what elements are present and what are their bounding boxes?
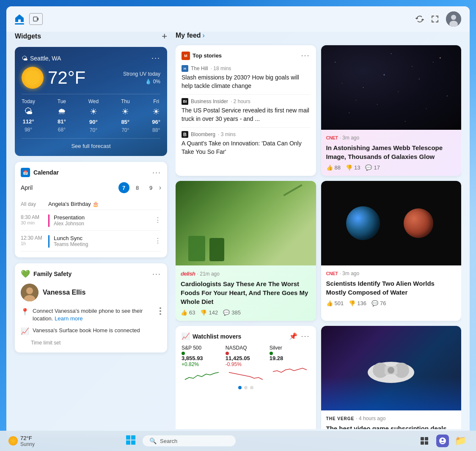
stock-dot-silver — [270, 352, 273, 355]
gaming-image — [321, 326, 462, 410]
gaming-title[interactable]: The best video game subscription deals r… — [326, 424, 457, 429]
weather-menu-button[interactable]: ··· — [151, 54, 160, 63]
home-button[interactable] — [15, 14, 24, 25]
family-menu-button[interactable]: ··· — [152, 270, 161, 279]
event-more-2[interactable]: ⋮ — [154, 235, 161, 245]
planet-earth — [346, 206, 380, 240]
page-dot-3[interactable] — [250, 386, 253, 389]
content-area: Widgets + 🌤 Seattle, WA ··· 72°F — [6, 32, 470, 437]
teams-chat-button[interactable] — [436, 435, 449, 447]
svg-rect-29 — [421, 437, 424, 440]
forecast-icon-tue: 🌧 — [58, 107, 66, 116]
comment-icon-1: 💬 — [365, 164, 372, 171]
james-webb-title[interactable]: In Astonishing James Webb Telescope Imag… — [326, 143, 457, 161]
video-button[interactable] — [29, 13, 43, 25]
dislikes-2: 👎 142 — [200, 309, 218, 316]
article-3-time: · 3 mins — [218, 131, 236, 137]
article-2-time: · 2 hours — [231, 98, 250, 104]
bloomberg-icon: B — [182, 131, 188, 138]
event-lunch: 12:30 AM 1h Lunch Sync Teams Meeting ⋮ — [21, 232, 161, 251]
article-2-source-row: BI Business Insider · 2 hours — [182, 98, 310, 105]
stock-silver: Silver 19.28 — [270, 345, 310, 382]
feed-chevron[interactable]: › — [203, 32, 205, 39]
profile-avatar[interactable] — [446, 11, 461, 27]
planet-mars — [404, 208, 433, 238]
calendar-nav: April 7 8 9 › — [21, 182, 161, 193]
article-2-title[interactable]: The US Postal Service revealed its first… — [182, 107, 310, 123]
see-forecast-link[interactable]: See full forecast — [22, 138, 160, 149]
article-2-source: Business Insider — [191, 98, 228, 104]
taskbar-search[interactable]: 🔍 Search — [143, 435, 236, 446]
family-more-options[interactable] — [160, 307, 161, 315]
alien-worlds-card: CNET · 3m ago Scientists Identify Two Al… — [321, 181, 462, 321]
alien-worlds-title[interactable]: Scientists Identify Two Alien Worlds Mos… — [326, 279, 457, 297]
james-webb-card: CNET · 3m ago In Astonishing James Webb … — [321, 45, 462, 176]
svg-point-11 — [388, 367, 394, 374]
pin-button[interactable]: 📌 — [289, 332, 297, 340]
search-label: Search — [160, 438, 177, 444]
weather-main-row: 72°F Strong UV today 💧 0% — [22, 67, 160, 89]
rain-icon: 💧 — [145, 79, 151, 85]
dislikes-3: 👎 136 — [349, 300, 366, 306]
cardiologist-title[interactable]: Cardiologists Say These Are The Worst Fo… — [181, 279, 311, 306]
stock-indicator-nasdaq — [226, 352, 266, 355]
date-chip-8[interactable]: 8 — [132, 182, 143, 193]
event-title-2: Lunch Sync — [54, 235, 150, 241]
msn-icon: M — [182, 52, 190, 60]
taskbar-weather[interactable]: 72°F Sunny — [8, 435, 35, 447]
sparkline-sp500 — [182, 369, 222, 382]
date-chip-7[interactable]: 7 — [118, 182, 129, 193]
source-name: Top stories — [193, 52, 222, 59]
page-dot-2[interactable] — [244, 386, 248, 389]
stock-indicator-sp500 — [182, 352, 222, 355]
event-duration-2: 1h — [21, 241, 44, 246]
windows-logo-button[interactable] — [126, 435, 136, 447]
article-1-title[interactable]: Slash emissions by 2030? How big goals w… — [182, 74, 310, 90]
likes-1: 👍 88 — [326, 164, 341, 171]
expand-button[interactable] — [431, 15, 439, 23]
family-item-location: 📍 Connect Vanessa's mobile phone to see … — [21, 307, 161, 323]
sun-icon — [22, 67, 44, 89]
card-time-1: · 3m ago — [339, 135, 359, 141]
news-menu-button[interactable]: ··· — [301, 51, 310, 60]
family-items: 📍 Connect Vanessa's mobile phone to see … — [21, 307, 161, 347]
news-card-header: M Top stories ··· — [182, 51, 310, 60]
comment-icon-3: 💬 — [371, 300, 378, 306]
calendar-menu-button[interactable]: ··· — [152, 168, 161, 177]
widgets-header: Widgets + — [15, 32, 167, 41]
top-stories-card: M Top stories ··· H The Hill · 18 mins S… — [176, 45, 316, 176]
watchlist-menu-button[interactable]: ··· — [301, 332, 310, 341]
article-3-source-row: B Bloomberg · 3 mins — [182, 131, 310, 138]
event-more-1[interactable]: ⋮ — [154, 214, 161, 224]
stock-name-silver: Silver — [270, 345, 310, 351]
article-1-source-row: H The Hill · 18 mins — [182, 65, 310, 72]
add-widget-button[interactable]: + — [162, 32, 167, 41]
svg-rect-31 — [421, 441, 424, 445]
calendar-chevron[interactable]: › — [159, 184, 161, 191]
bi-icon: BI — [182, 98, 188, 105]
learn-more-link[interactable]: Learn more — [55, 315, 83, 322]
article-1-time: · 18 mins — [211, 66, 231, 71]
taskbar-condition: Sunny — [20, 441, 35, 447]
forecast-icon-today: 🌤 — [24, 107, 33, 116]
news-source: M Top stories — [182, 52, 222, 60]
family-person-name: Vanessa Ellis — [43, 289, 85, 296]
article-1-source: The Hill — [191, 66, 208, 71]
date-chip-9[interactable]: 9 — [146, 182, 157, 193]
page-dot-1[interactable] — [238, 386, 242, 389]
dislike-icon-3: 👎 — [349, 300, 355, 306]
taskbar-weather-text: 72°F Sunny — [20, 435, 35, 447]
card-time-2: · 21m ago — [197, 271, 220, 277]
like-icon-1: 👍 — [326, 164, 333, 171]
all-day-label: All day — [21, 201, 44, 207]
card-source-row-3: CNET · 3m ago — [326, 271, 457, 276]
top-bar-right — [415, 11, 461, 27]
card-source-row-1: CNET · 3m ago — [326, 135, 457, 141]
article-3-title[interactable]: A Quant's Take on Innovation: 'Data Can … — [182, 139, 310, 156]
task-view-button[interactable] — [418, 434, 431, 448]
refresh-button[interactable] — [415, 15, 424, 23]
file-explorer-button[interactable]: 📁 — [454, 434, 468, 448]
watchlist-title: Watchlist movers — [193, 333, 241, 340]
event-subtitle-1: Alex Johnson — [54, 221, 150, 227]
dislike-icon-1: 👎 — [346, 164, 352, 171]
